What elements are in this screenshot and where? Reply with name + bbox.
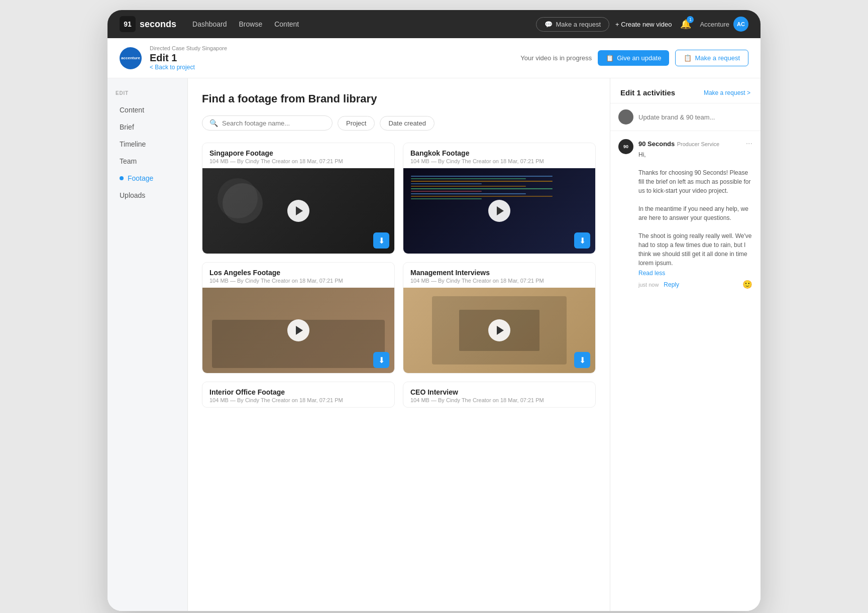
search-input[interactable] — [222, 119, 325, 127]
subheader-left: accenture Directed Case Study Singapore … — [120, 45, 227, 71]
user-avatar: AC — [733, 17, 748, 32]
edit-title: Edit 1 — [150, 52, 227, 64]
filter-project-button[interactable]: Project — [338, 116, 375, 131]
device-frame: 91 seconds Dashboard Browse Content 💬 Ma… — [107, 10, 761, 611]
footage-title: Los Angeles Footage — [209, 269, 387, 277]
sidebar: EDIT Content Brief Timeline Team Footage… — [107, 78, 188, 611]
emoji-button[interactable]: 🙂 — [742, 280, 752, 289]
download-icon: ⬇ — [579, 355, 586, 365]
sidebar-label-timeline: Timeline — [120, 140, 146, 148]
footage-thumb: ⬇ — [403, 168, 595, 254]
logo-icon: 91 — [120, 16, 136, 32]
nav-dashboard[interactable]: Dashboard — [192, 18, 227, 30]
filters-bar: 🔍 Project Date created — [202, 115, 596, 131]
msg-text: Hi, Thanks for choosing 90 Seconds! Plea… — [638, 150, 752, 268]
update-icon: 📋 — [606, 54, 614, 62]
footage-meta: 104 MB — By Cindy The Creator on 18 Mar,… — [209, 278, 387, 284]
play-button[interactable] — [488, 200, 510, 222]
user-avatar-text: AC — [737, 21, 745, 27]
footage-card-ceo[interactable]: CEO Interview 104 MB — By Cindy The Crea… — [403, 382, 596, 408]
play-button[interactable] — [287, 200, 309, 222]
download-button[interactable]: ⬇ — [373, 352, 389, 368]
download-button[interactable]: ⬇ — [574, 352, 590, 368]
reply-button[interactable]: Reply — [664, 281, 679, 288]
footage-card-interior[interactable]: Interior Office Footage 104 MB — By Cind… — [202, 382, 395, 408]
download-icon: ⬇ — [579, 236, 586, 246]
search-icon: 🔍 — [209, 119, 218, 127]
activity-panel: Edit 1 activities Make a request > 90 90… — [610, 78, 761, 611]
footage-card-management[interactable]: Management Interviews 104 MB — By Cindy … — [403, 262, 596, 374]
msg-menu-icon[interactable]: ··· — [746, 139, 752, 148]
subheader-right: Your video is in progress 📋 Give an upda… — [520, 50, 748, 66]
footage-meta: 104 MB — By Cindy The Creator on 18 Mar,… — [410, 278, 588, 284]
msg-sender-area: 90 Seconds Producer Service — [638, 139, 719, 148]
brand-logo: accenture — [120, 47, 142, 69]
play-icon — [497, 206, 504, 215]
subheader-title-area: Directed Case Study Singapore Edit 1 < B… — [150, 45, 227, 71]
give-update-button[interactable]: 📋 Give an update — [598, 50, 669, 66]
create-new-video-button[interactable]: + Create new video — [615, 21, 672, 28]
comment-icon: 💬 — [545, 21, 553, 28]
download-icon: ⬇ — [378, 355, 385, 365]
footage-card-header: Bangkok Footage 104 MB — By Cindy The Cr… — [403, 143, 595, 168]
filter-date-button[interactable]: Date created — [380, 116, 434, 131]
footage-card-bangkok[interactable]: Bangkok Footage 104 MB — By Cindy The Cr… — [403, 143, 596, 254]
sidebar-label-content: Content — [120, 106, 144, 114]
msg-footer: just now Reply 🙂 — [638, 280, 752, 289]
msg-role: Producer Service — [677, 141, 719, 147]
sidebar-item-timeline[interactable]: Timeline — [116, 136, 179, 152]
footage-title: Interior Office Footage — [209, 388, 387, 396]
activity-title: Edit 1 activities — [620, 88, 675, 97]
msg-content: 90 Seconds Producer Service ··· Hi, Than… — [638, 139, 752, 289]
sidebar-item-brief[interactable]: Brief — [116, 119, 179, 135]
video-status: Your video is in progress — [520, 54, 592, 62]
play-button[interactable] — [287, 319, 309, 341]
footage-card-singapore[interactable]: Singapore Footage 104 MB — By Cindy The … — [202, 143, 395, 254]
footage-title: Singapore Footage — [209, 149, 387, 157]
activity-header: Edit 1 activities Make a request > — [610, 78, 761, 103]
sidebar-label-uploads: Uploads — [120, 191, 145, 199]
sidebar-label-footage: Footage — [128, 174, 153, 182]
msg-time: just now — [638, 282, 659, 288]
subheader-make-request-button[interactable]: 📋 Make a request — [675, 50, 748, 66]
download-button[interactable]: ⬇ — [373, 232, 389, 249]
nav-links: Dashboard Browse Content — [192, 18, 524, 30]
project-subtitle: Directed Case Study Singapore — [150, 45, 227, 51]
footage-meta: 104 MB — By Cindy The Creator on 18 Mar,… — [410, 397, 588, 403]
commenter-avatar — [618, 109, 633, 125]
notification-badge: 1 — [687, 16, 694, 23]
footage-card-los-angeles[interactable]: Los Angeles Footage 104 MB — By Cindy Th… — [202, 262, 395, 374]
footage-thumb: ⬇ — [202, 168, 394, 254]
footage-meta: 104 MB — By Cindy The Creator on 18 Mar,… — [410, 158, 588, 164]
sidebar-item-team[interactable]: Team — [116, 153, 179, 169]
sidebar-item-uploads[interactable]: Uploads — [116, 187, 179, 203]
subheader: accenture Directed Case Study Singapore … — [107, 38, 761, 78]
msg-header: 90 Seconds Producer Service ··· — [638, 139, 752, 148]
topnav-make-request-button[interactable]: 💬 Make a request — [536, 17, 609, 32]
play-icon — [296, 326, 303, 335]
logo-text: seconds — [140, 19, 176, 30]
footage-card-header: Singapore Footage 104 MB — By Cindy The … — [202, 143, 394, 168]
sidebar-section-label: EDIT — [116, 90, 179, 96]
download-button[interactable]: ⬇ — [574, 232, 590, 249]
comment-input[interactable] — [638, 113, 752, 121]
footage-thumb: ⬇ — [202, 288, 394, 373]
read-less-link[interactable]: Read less — [638, 270, 752, 277]
sidebar-label-brief: Brief — [120, 123, 134, 131]
main-layout: EDIT Content Brief Timeline Team Footage… — [107, 78, 761, 611]
play-button[interactable] — [488, 319, 510, 341]
search-input-wrap: 🔍 — [202, 115, 333, 131]
notifications-button[interactable]: 🔔 1 — [678, 16, 694, 32]
footage-card-header: Interior Office Footage 104 MB — By Cind… — [202, 382, 394, 407]
nav-content[interactable]: Content — [274, 18, 299, 30]
msg-avatar: 90 — [618, 139, 633, 154]
nav-right: 💬 Make a request + Create new video 🔔 1 … — [536, 16, 748, 32]
sidebar-item-footage[interactable]: Footage — [116, 170, 179, 186]
request-icon: 📋 — [684, 54, 692, 62]
user-area[interactable]: Accenture AC — [700, 17, 748, 32]
nav-browse[interactable]: Browse — [239, 18, 263, 30]
back-to-project-link[interactable]: < Back to project — [150, 64, 227, 71]
msg-sender: 90 Seconds — [638, 140, 675, 148]
activity-make-request-link[interactable]: Make a request > — [704, 89, 750, 96]
sidebar-item-content[interactable]: Content — [116, 102, 179, 118]
